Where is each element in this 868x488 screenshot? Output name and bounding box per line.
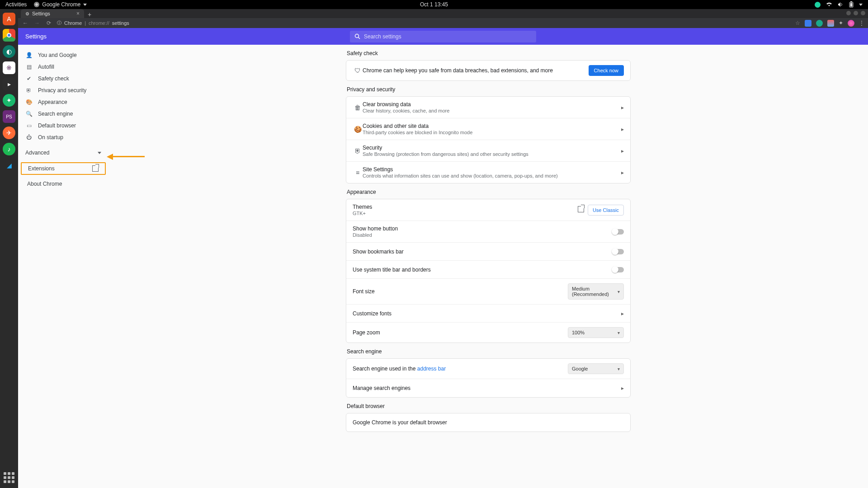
site-info-icon[interactable]: ⓘ — [57, 20, 61, 26]
shield-icon: ⛨ — [353, 147, 363, 155]
row-title: Cookies and other site data — [363, 123, 618, 129]
dock-app-green[interactable]: ✦ — [3, 94, 15, 107]
row-title: Security — [363, 145, 618, 151]
toggle-show-home[interactable] — [612, 229, 624, 235]
back-button[interactable]: ← — [22, 20, 29, 26]
row-subtitle: Third-party cookies are blocked in Incog… — [363, 130, 618, 135]
chevron-right-icon: ▸ — [618, 310, 624, 317]
row-default-browser: Google Chrome is your default browser — [346, 413, 630, 432]
row-show-home-button: Show home buttonDisabled — [346, 221, 630, 243]
extension-icon-3[interactable] — [827, 20, 834, 27]
settings-search-input[interactable] — [364, 33, 532, 40]
new-tab-button[interactable]: + — [88, 11, 91, 18]
clock[interactable]: Oct 1 13:45 — [420, 1, 448, 8]
card-appearance: ThemesGTK+ Use Classic Show home buttonD… — [346, 199, 631, 343]
sidebar-item-on-startup[interactable]: ⏻On startup — [18, 131, 108, 143]
dock-chrome[interactable] — [3, 29, 15, 42]
extension-icon-2[interactable] — [816, 20, 823, 27]
open-in-new-icon — [92, 165, 99, 172]
chrome-menu-icon[interactable]: ⋮ — [859, 20, 864, 26]
toggle-system-title-bar[interactable] — [612, 267, 624, 272]
row-title: Themes — [353, 204, 574, 210]
select-font-size[interactable]: Medium (Recommended)▾ — [568, 283, 624, 300]
dock-pycharm[interactable]: PS — [3, 110, 15, 123]
settings-search[interactable] — [350, 31, 536, 42]
volume-icon[interactable] — [838, 2, 844, 7]
cookie-icon: 🍪 — [353, 126, 363, 133]
row-title: Show bookmarks bar — [353, 249, 612, 255]
close-icon[interactable]: × — [76, 10, 80, 17]
palette-icon: 🎨 — [25, 99, 33, 105]
use-classic-button[interactable]: Use Classic — [588, 205, 624, 216]
dock-terminal[interactable]: ▸ — [3, 78, 15, 90]
sidebar-item-label: Appearance — [38, 99, 67, 105]
tab-settings[interactable]: ⚙ Settings × — [21, 9, 84, 18]
row-title: Clear browsing data — [363, 101, 618, 108]
sidebar-item-label: Autofill — [38, 64, 54, 70]
row-subtitle: GTK+ — [353, 211, 574, 216]
dock-slack[interactable]: ※ — [3, 61, 15, 74]
row-title: Use system title bar and borders — [353, 267, 612, 273]
sidebar-item-appearance[interactable]: 🎨Appearance — [18, 96, 108, 108]
sidebar-item-you-and-google[interactable]: 👤You and Google — [18, 49, 108, 61]
dock-ubuntu-software[interactable]: A — [3, 13, 15, 25]
window-close[interactable] — [861, 11, 865, 15]
row-title: Manage search engines — [353, 385, 618, 391]
status-app-icon[interactable] — [815, 2, 821, 8]
battery-icon[interactable] — [849, 1, 854, 8]
row-site-settings[interactable]: ≡ Site SettingsControls what information… — [346, 162, 630, 183]
chevron-down-icon: ▾ — [618, 366, 620, 371]
row-subtitle: Controls what information sites can use … — [363, 173, 618, 178]
row-security[interactable]: ⛨ SecuritySafe Browsing (protection from… — [346, 140, 630, 162]
row-customize-fonts[interactable]: Customize fonts ▸ — [346, 305, 630, 323]
row-title: Show home button — [353, 225, 612, 232]
dock-vscode[interactable]: ◢ — [3, 159, 15, 172]
dock-show-applications[interactable] — [3, 472, 15, 483]
window-minimize[interactable] — [846, 11, 851, 15]
sidebar-advanced[interactable]: Advanced — [18, 146, 108, 160]
row-system-title-bar: Use system title bar and borders — [346, 261, 630, 279]
forward-button[interactable]: → — [33, 20, 41, 26]
card-safety-check: 🛡 Chrome can help keep you safe from dat… — [346, 60, 631, 81]
sidebar-item-default-browser[interactable]: ▭Default browser — [18, 120, 108, 131]
sidebar-link-about[interactable]: About Chrome — [21, 178, 106, 190]
sidebar-item-autofill[interactable]: ▤Autofill — [18, 61, 108, 73]
row-title: Font size — [353, 288, 568, 295]
sidebar-item-safety-check[interactable]: ✔Safety check — [18, 73, 108, 84]
app-menu[interactable]: Google Chrome — [34, 1, 87, 8]
trash-icon: 🗑 — [353, 104, 363, 111]
dock-spotify[interactable]: ♪ — [3, 143, 15, 155]
wifi-icon[interactable] — [826, 2, 832, 7]
sidebar-link-extensions[interactable]: Extensions — [21, 162, 106, 175]
window-maximize[interactable] — [854, 11, 858, 15]
chevron-down-icon[interactable] — [859, 4, 863, 6]
profile-avatar[interactable] — [848, 20, 854, 27]
toggle-bookmarks-bar[interactable] — [612, 249, 624, 254]
open-in-new-icon[interactable] — [574, 206, 584, 214]
row-title: Page zoom — [353, 329, 568, 336]
row-manage-search-engines[interactable]: Manage search engines ▸ — [346, 379, 630, 397]
select-page-zoom[interactable]: 100%▾ — [568, 327, 624, 338]
dock-postman[interactable]: ✈ — [3, 127, 15, 139]
sidebar-item-privacy-security[interactable]: ⛨Privacy and security — [18, 84, 108, 96]
address-bar-link[interactable]: address bar — [417, 366, 446, 372]
address-bar[interactable]: ⓘ Chrome | chrome://settings — [57, 20, 129, 26]
row-cookies[interactable]: 🍪 Cookies and other site dataThird-party… — [346, 118, 630, 140]
reload-button[interactable]: ⟳ — [45, 20, 52, 26]
gnome-dock: A ◐ ※ ▸ ✦ PS ✈ ♪ ◢ — [0, 9, 18, 488]
select-search-engine[interactable]: Google▾ — [568, 363, 624, 374]
extension-icon-1[interactable] — [805, 20, 811, 27]
select-value: Medium (Recommended) — [572, 286, 618, 297]
settings-content[interactable]: Safety check 🛡 Chrome can help keep you … — [108, 45, 868, 488]
bookmark-star-icon[interactable]: ☆ — [795, 20, 800, 26]
dock-app-teal[interactable]: ◐ — [3, 45, 15, 58]
row-themes[interactable]: ThemesGTK+ Use Classic — [346, 199, 630, 221]
chevron-down-icon — [98, 152, 101, 154]
sidebar-item-search-engine[interactable]: 🔍Search engine — [18, 108, 108, 120]
activities-button[interactable]: Activities — [5, 1, 27, 8]
row-clear-browsing-data[interactable]: 🗑 Clear browsing dataClear history, cook… — [346, 97, 630, 118]
check-now-button[interactable]: Check now — [589, 65, 624, 76]
extensions-puzzle-icon[interactable]: ✦ — [839, 20, 843, 26]
chrome-window: ⚙ Settings × + ← → ⟳ ⓘ Chrome | chrome:/… — [18, 9, 868, 488]
sidebar-item-label: Safety check — [38, 75, 69, 82]
